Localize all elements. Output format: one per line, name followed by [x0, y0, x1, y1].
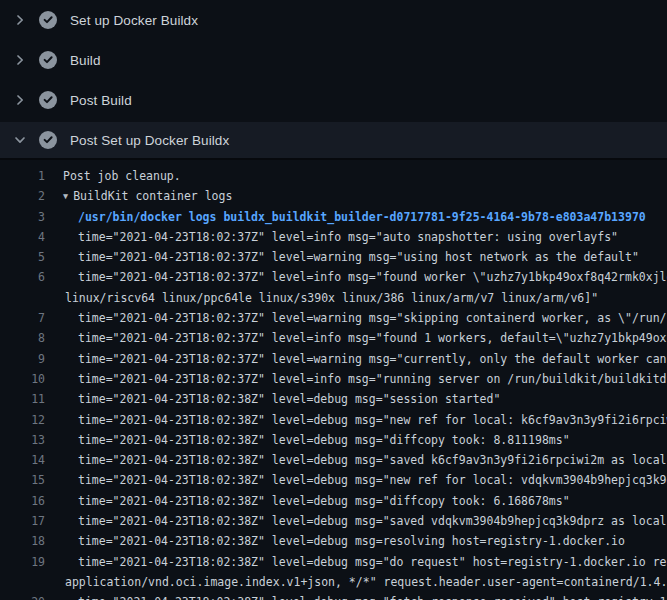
- log-line: 3/usr/bin/docker logs buildx_buildkit_bu…: [0, 207, 667, 227]
- log-line-number[interactable]: 3: [0, 207, 45, 227]
- step-title: Build: [70, 53, 101, 68]
- log-line-number[interactable]: 9: [0, 349, 45, 369]
- log-line-number[interactable]: 10: [0, 369, 45, 389]
- log-line-text: time="2021-04-23T18:02:38Z" level=debug …: [78, 450, 667, 470]
- log-line: 1Post job cleanup.: [0, 166, 667, 186]
- log-line: 14time="2021-04-23T18:02:38Z" level=debu…: [0, 450, 667, 470]
- step-title: Post Set up Docker Buildx: [70, 133, 229, 148]
- log-line: application/vnd.oci.image.index.v1+json,…: [0, 572, 667, 592]
- log-line-number[interactable]: 19: [0, 552, 45, 572]
- log-line-text: linux/riscv64 linux/ppc64le linux/s390x …: [65, 288, 598, 308]
- step-header[interactable]: Post Build: [0, 80, 667, 120]
- check-circle-icon: [39, 91, 57, 109]
- log-line: 2▼BuildKit container logs: [0, 186, 667, 206]
- chevron-down-icon[interactable]: [12, 132, 28, 148]
- log-line-number[interactable]: 20: [0, 592, 45, 600]
- step-header[interactable]: Set up Docker Buildx: [0, 0, 667, 40]
- log-line-number[interactable]: 14: [0, 450, 45, 470]
- log-line: 19time="2021-04-23T18:02:38Z" level=debu…: [0, 552, 667, 572]
- log-line: 10time="2021-04-23T18:02:37Z" level=info…: [0, 369, 667, 389]
- log-line-number[interactable]: 4: [0, 227, 45, 247]
- log-line: linux/riscv64 linux/ppc64le linux/s390x …: [0, 288, 667, 308]
- log-line-text: time="2021-04-23T18:02:37Z" level=info m…: [78, 328, 667, 348]
- log-line: 8time="2021-04-23T18:02:37Z" level=info …: [0, 328, 667, 348]
- log-line-text: time="2021-04-23T18:02:37Z" level=info m…: [78, 369, 667, 389]
- log-line: 12time="2021-04-23T18:02:38Z" level=debu…: [0, 410, 667, 430]
- log-line: 18time="2021-04-23T18:02:38Z" level=debu…: [0, 531, 667, 551]
- log-line-number[interactable]: 6: [0, 267, 45, 287]
- log-line-text: time="2021-04-23T18:02:38Z" level=debug …: [78, 531, 625, 551]
- log-line-text: time="2021-04-23T18:02:38Z" level=debug …: [78, 410, 667, 430]
- log-line-text: time="2021-04-23T18:02:38Z" level=debug …: [78, 552, 667, 572]
- log-line-number: [0, 572, 45, 592]
- log-line-number[interactable]: 18: [0, 531, 45, 551]
- log-line-text: time="2021-04-23T18:02:38Z" level=debug …: [78, 491, 570, 511]
- log-line-number: [0, 288, 45, 308]
- log-line: 6time="2021-04-23T18:02:37Z" level=info …: [0, 267, 667, 287]
- log-line-number[interactable]: 15: [0, 470, 45, 490]
- log-line-number[interactable]: 12: [0, 410, 45, 430]
- log-line-text: time="2021-04-23T18:02:38Z" level=debug …: [78, 430, 570, 450]
- log-line: 17time="2021-04-23T18:02:38Z" level=debu…: [0, 511, 667, 531]
- log-line-text: time="2021-04-23T18:02:38Z" level=debug …: [78, 389, 500, 409]
- log-line-text: time="2021-04-23T18:02:37Z" level=info m…: [78, 227, 618, 247]
- log-line-text: time="2021-04-23T18:02:37Z" level=warnin…: [78, 349, 667, 369]
- collapse-toggle-icon[interactable]: ▼: [63, 186, 68, 206]
- log-line-number[interactable]: 5: [0, 247, 45, 267]
- log-line-number[interactable]: 13: [0, 430, 45, 450]
- log-line-number[interactable]: 16: [0, 491, 45, 511]
- check-circle-icon: [39, 131, 57, 149]
- log-line-text: application/vnd.oci.image.index.v1+json,…: [65, 572, 667, 592]
- step-header[interactable]: Post Set up Docker Buildx: [0, 122, 667, 160]
- log-line: 4time="2021-04-23T18:02:37Z" level=info …: [0, 227, 667, 247]
- check-circle-icon: [39, 11, 57, 29]
- log-line: 5time="2021-04-23T18:02:37Z" level=warni…: [0, 247, 667, 267]
- actions-log-panel: Set up Docker BuildxBuildPost BuildPost …: [0, 0, 667, 600]
- log-line: 7time="2021-04-23T18:02:37Z" level=warni…: [0, 308, 667, 328]
- log-line: 9time="2021-04-23T18:02:37Z" level=warni…: [0, 349, 667, 369]
- step-list: Set up Docker BuildxBuildPost BuildPost …: [0, 0, 667, 160]
- check-circle-icon: [39, 51, 57, 69]
- log-line-text: Post job cleanup.: [63, 166, 181, 186]
- log-line-text: time="2021-04-23T18:02:37Z" level=warnin…: [78, 247, 639, 267]
- log-area: 1Post job cleanup.2▼BuildKit container l…: [0, 160, 667, 600]
- log-line-number[interactable]: 7: [0, 308, 45, 328]
- chevron-right-icon[interactable]: [12, 12, 28, 28]
- chevron-right-icon[interactable]: [12, 92, 28, 108]
- log-line-text[interactable]: BuildKit container logs: [73, 186, 232, 206]
- log-line-text: time="2021-04-23T18:02:38Z" level=debug …: [78, 470, 667, 490]
- step-header[interactable]: Build: [0, 40, 667, 80]
- log-line: 11time="2021-04-23T18:02:38Z" level=debu…: [0, 389, 667, 409]
- log-line-number[interactable]: 2: [0, 186, 45, 206]
- step-title: Post Build: [70, 93, 132, 108]
- log-line-text: time="2021-04-23T18:02:38Z" level=debug …: [78, 511, 667, 531]
- step-title: Set up Docker Buildx: [70, 13, 198, 28]
- log-line-text: time="2021-04-23T18:02:37Z" level=warnin…: [78, 308, 667, 328]
- log-line-number[interactable]: 11: [0, 389, 45, 409]
- log-line-number[interactable]: 17: [0, 511, 45, 531]
- log-line-text: time="2021-04-23T18:02:38Z" level=debug …: [78, 592, 667, 600]
- log-line-text: time="2021-04-23T18:02:37Z" level=info m…: [78, 267, 667, 287]
- log-command-text: /usr/bin/docker logs buildx_buildkit_bui…: [78, 207, 646, 227]
- log-line: 13time="2021-04-23T18:02:38Z" level=debu…: [0, 430, 667, 450]
- log-line-number[interactable]: 1: [0, 166, 45, 186]
- log-line: 20time="2021-04-23T18:02:38Z" level=debu…: [0, 592, 667, 600]
- log-line: 15time="2021-04-23T18:02:38Z" level=debu…: [0, 470, 667, 490]
- log-line: 16time="2021-04-23T18:02:38Z" level=debu…: [0, 491, 667, 511]
- log-line-number[interactable]: 8: [0, 328, 45, 348]
- chevron-right-icon[interactable]: [12, 52, 28, 68]
